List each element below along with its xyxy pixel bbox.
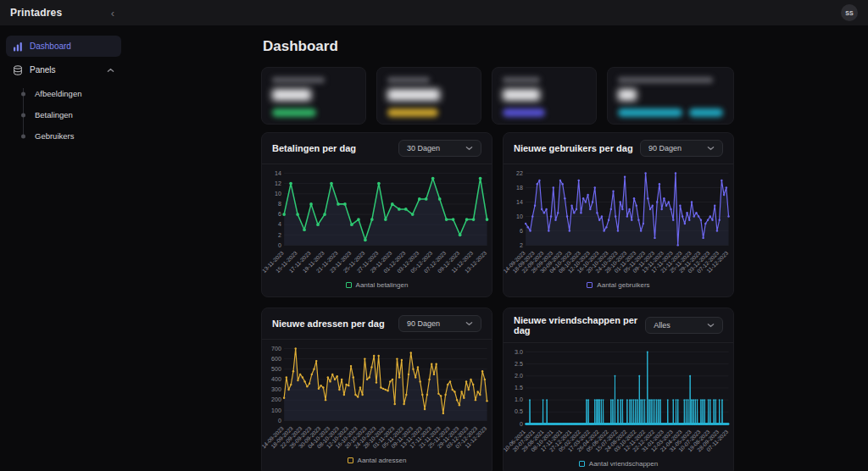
chevron-down-icon — [465, 146, 473, 151]
svg-text:200: 200 — [271, 396, 281, 402]
svg-text:600: 600 — [271, 356, 281, 362]
sidebar-item-label: Dashboard — [30, 42, 71, 51]
svg-text:1.5: 1.5 — [515, 385, 523, 391]
bar-chart-icon — [13, 42, 23, 52]
legend-label: Aantal vriendschappen — [589, 460, 658, 468]
svg-text:8: 8 — [278, 201, 281, 207]
chart-legend: Aantal gebruikers — [504, 280, 733, 296]
range-select-value: 90 Dagen — [407, 319, 440, 328]
range-select-gebruikers[interactable]: 90 Dagen — [640, 140, 723, 157]
svg-text:2: 2 — [278, 232, 281, 238]
stat-value-blurred — [503, 89, 540, 101]
stat-label-blurred — [387, 77, 430, 83]
chart-legend: Aantal betalingen — [262, 280, 492, 296]
main-area: Dashboard Betalingen per dag 30 Dagen 02… — [127, 25, 868, 471]
sidebar-subitems: Afbeeldingen Betalingen Gebruikers — [23, 83, 121, 147]
stat-badge-blurred — [689, 108, 723, 117]
svg-text:0: 0 — [278, 242, 281, 248]
chevron-down-icon — [707, 323, 715, 328]
svg-text:300: 300 — [271, 386, 281, 392]
line-chart-vriendschappen: 00.51.01.52.02.53.010-06-202120-07-20212… — [504, 346, 733, 459]
svg-text:10: 10 — [275, 191, 281, 197]
range-select-value: Alles — [654, 321, 670, 330]
svg-text:6: 6 — [520, 228, 523, 234]
range-select-value: 90 Dagen — [648, 144, 682, 152]
chevron-down-icon — [707, 146, 715, 151]
stat-label-blurred — [618, 77, 713, 83]
sidebar-item-afbeeldingen[interactable]: Afbeeldingen — [23, 83, 121, 104]
stat-card — [376, 67, 481, 125]
stat-badge-blurred — [387, 108, 438, 117]
stat-badge-blurred — [618, 108, 682, 117]
chart-card-gebruikers: Nieuwe gebruikers per dag 90 Dagen 26101… — [503, 132, 734, 297]
svg-text:2: 2 — [520, 242, 523, 248]
svg-text:500: 500 — [271, 366, 281, 372]
svg-text:700: 700 — [271, 345, 281, 351]
svg-text:4: 4 — [278, 221, 281, 227]
sidebar-collapse-icon[interactable]: ‹ — [103, 3, 122, 22]
chart-title: Nieuwe gebruikers per dag — [514, 143, 633, 153]
svg-text:400: 400 — [271, 376, 281, 382]
chart-title: Nieuwe adressen per dag — [272, 319, 385, 329]
database-icon — [13, 65, 23, 75]
svg-text:10: 10 — [516, 213, 523, 219]
range-select-vriendschappen[interactable]: Alles — [645, 317, 723, 334]
legend-swatch — [587, 282, 593, 288]
chart-card-adressen: Nieuwe adressen per dag 90 Dagen 0100200… — [261, 308, 492, 471]
chart-title: Betalingen per dag — [272, 143, 356, 153]
svg-text:1.0: 1.0 — [515, 396, 523, 402]
svg-text:22: 22 — [516, 170, 523, 176]
chart-legend: Aantal vriendschappen — [504, 459, 733, 471]
sidebar-item-dashboard[interactable]: Dashboard — [6, 36, 121, 57]
range-select-adressen[interactable]: 90 Dagen — [398, 315, 481, 332]
chart-card-betalingen: Betalingen per dag 30 Dagen 024681012141… — [261, 132, 492, 297]
stat-card — [492, 67, 597, 125]
sidebar-item-label: Panels — [30, 65, 56, 75]
svg-text:0: 0 — [278, 417, 281, 423]
svg-text:6: 6 — [278, 211, 281, 217]
svg-text:0.5: 0.5 — [515, 408, 523, 414]
stat-value-blurred — [387, 89, 440, 101]
chevron-up-icon — [107, 68, 114, 73]
legend-label: Aantal gebruikers — [597, 281, 649, 289]
legend-swatch — [579, 461, 585, 467]
chevron-down-icon — [465, 321, 473, 326]
range-select-betalingen[interactable]: 30 Dagen — [398, 140, 481, 157]
svg-text:18: 18 — [516, 185, 523, 191]
legend-label: Aantal adressen — [358, 457, 407, 464]
svg-text:2.5: 2.5 — [515, 361, 523, 367]
svg-text:3.0: 3.0 — [515, 348, 523, 354]
stat-badge-blurred — [272, 108, 316, 117]
stat-value-blurred — [618, 89, 637, 101]
legend-swatch — [348, 457, 353, 463]
line-chart-betalingen: 0246810121413-11-202315-11-202317-11-202… — [262, 168, 492, 280]
legend-label: Aantal betalingen — [356, 281, 409, 289]
charts-grid: Betalingen per dag 30 Dagen 024681012141… — [261, 132, 734, 471]
legend-swatch — [346, 282, 352, 288]
svg-text:14: 14 — [275, 170, 281, 176]
svg-text:100: 100 — [271, 407, 281, 413]
stat-label-blurred — [272, 77, 325, 83]
sidebar-item-gebruikers[interactable]: Gebruikers — [23, 125, 121, 147]
svg-text:2.0: 2.0 — [515, 373, 523, 379]
line-chart-gebruikers: 261014182214-09-202318-09-202322-09-2023… — [504, 168, 733, 280]
app-title: Printadres — [10, 7, 62, 19]
avatar[interactable]: SS — [841, 4, 858, 21]
chart-card-vriendschappen: Nieuwe vriendschappen per dag Alles 00.5… — [503, 308, 734, 471]
svg-text:14: 14 — [516, 199, 523, 205]
stat-card — [607, 67, 734, 125]
chart-legend: Aantal adressen — [262, 456, 492, 471]
sidebar: Dashboard Panels Afbeeldingen Betalingen… — [0, 25, 127, 471]
stat-value-blurred — [272, 89, 311, 101]
page-title: Dashboard — [263, 38, 732, 55]
stats-row — [261, 67, 734, 125]
stat-badge-blurred — [503, 108, 545, 117]
topbar: Printadres ‹ SS — [0, 0, 868, 25]
chart-title: Nieuwe vriendschappen per dag — [514, 315, 645, 335]
sidebar-item-betalingen[interactable]: Betalingen — [23, 104, 121, 125]
stat-card — [261, 67, 366, 125]
range-select-value: 30 Dagen — [407, 144, 440, 152]
sidebar-item-panels[interactable]: Panels — [6, 59, 121, 80]
line-chart-adressen: 010020030040050060070014-09-202318-09-20… — [262, 343, 492, 456]
svg-text:12: 12 — [275, 180, 281, 186]
